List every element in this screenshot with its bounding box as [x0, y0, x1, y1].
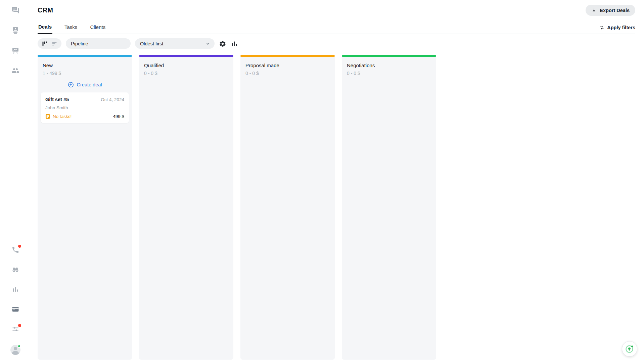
online-status-badge: [17, 345, 21, 348]
create-deal-button[interactable]: Create deal: [68, 82, 102, 88]
pipeline-value: Pipeline: [71, 41, 88, 46]
sidebar-rail: [0, 0, 31, 363]
kanban-column-negotiations: Negotiations 0 - 0 $: [342, 55, 436, 360]
export-deals-button[interactable]: Export Deals: [586, 5, 635, 16]
bar-chart-icon[interactable]: [11, 285, 19, 293]
binoculars-icon[interactable]: [11, 266, 19, 274]
tab-deals[interactable]: Deals: [38, 24, 52, 34]
column-summary: 1 - 499 $: [43, 71, 127, 76]
page-title: CRM: [38, 6, 53, 14]
column-summary: 0 - 0 $: [245, 71, 330, 76]
list-view-icon[interactable]: [52, 41, 57, 46]
page-header: CRM Export Deals: [38, 5, 635, 16]
user-avatar[interactable]: [10, 345, 20, 355]
deal-card[interactable]: Gift set #5 Oct 4, 2024 John Smith No ta…: [41, 92, 129, 123]
chevron-down-icon: [205, 41, 210, 46]
column-chart-icon[interactable]: [231, 40, 238, 47]
sort-value: Oldest first: [140, 41, 163, 46]
pipeline-select[interactable]: Pipeline: [66, 38, 131, 49]
kanban-column-proposal-made: Proposal made 0 - 0 $: [240, 55, 335, 360]
kanban-view-icon[interactable]: [42, 41, 47, 46]
deal-warning-label: No tasks!: [53, 114, 72, 119]
sliders-icon[interactable]: [11, 325, 19, 333]
column-title: New: [43, 63, 127, 68]
circle-plus-icon: [68, 82, 74, 88]
notification-badge: [18, 324, 21, 327]
filter-icon: [599, 25, 604, 30]
users-icon[interactable]: [11, 67, 19, 75]
create-deal-label: Create deal: [77, 82, 102, 87]
tab-clients[interactable]: Clients: [89, 24, 106, 34]
kanban-board: New 1 - 499 $ Create deal Gift set #5 Oc…: [38, 55, 635, 360]
view-toggle-group: [38, 38, 61, 49]
apply-filters-button[interactable]: Apply filters: [599, 25, 635, 34]
deal-title: Gift set #5: [45, 97, 69, 102]
export-deals-label: Export Deals: [600, 8, 630, 13]
gear-icon[interactable]: [219, 40, 226, 47]
chat-icon[interactable]: [11, 6, 19, 14]
contact-terminal-icon[interactable]: [11, 26, 19, 34]
deal-client: John Smith: [45, 105, 124, 110]
download-icon: [591, 8, 597, 13]
kanban-column-new: New 1 - 499 $ Create deal Gift set #5 Oc…: [38, 55, 132, 360]
column-title: Proposal made: [245, 63, 330, 68]
assistant-widget-button[interactable]: [622, 341, 637, 357]
toolbar: Pipeline Oldest first: [38, 38, 635, 49]
column-summary: 0 - 0 $: [144, 71, 228, 76]
credit-card-icon[interactable]: [11, 305, 19, 313]
column-title: Negotiations: [347, 63, 431, 68]
apply-filters-label: Apply filters: [607, 25, 635, 30]
phone-icon[interactable]: [11, 246, 19, 254]
column-title: Qualified: [144, 63, 228, 68]
deal-warning: No tasks!: [45, 114, 72, 119]
column-summary: 0 - 0 $: [347, 71, 431, 76]
assistant-widget-icon: [625, 344, 634, 354]
deal-date: Oct 4, 2024: [101, 97, 124, 102]
sales-board-icon[interactable]: [11, 46, 19, 54]
sort-order-select[interactable]: Oldest first: [135, 38, 215, 49]
notification-badge: [18, 245, 21, 248]
kanban-column-qualified: Qualified 0 - 0 $: [139, 55, 233, 360]
tab-tasks[interactable]: Tasks: [64, 24, 78, 34]
main-content: CRM Export Deals Deals Tasks Clients App…: [31, 0, 644, 363]
tabs-row: Deals Tasks Clients Apply filters: [38, 23, 635, 34]
task-note-icon: [45, 114, 50, 119]
deal-amount: 499 $: [113, 114, 124, 119]
